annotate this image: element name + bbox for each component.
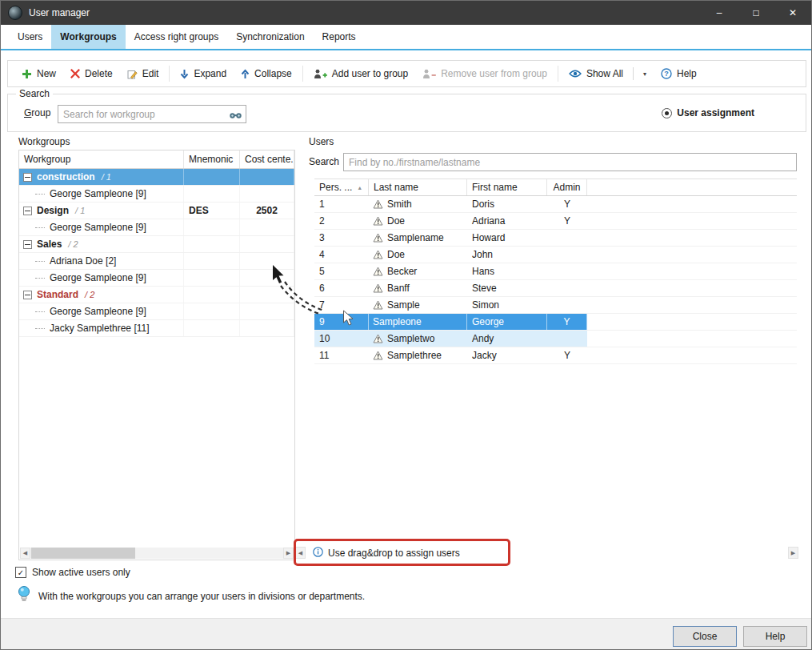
- column-header-first-name[interactable]: First name: [467, 179, 547, 195]
- minimize-button[interactable]: –: [701, 1, 738, 25]
- user-row[interactable]: 4 Doe John: [314, 247, 797, 263]
- new-button[interactable]: New: [14, 64, 63, 83]
- column-header-cost-center[interactable]: Cost cente...: [240, 150, 294, 168]
- maximize-button[interactable]: □: [738, 1, 774, 25]
- workgroup-member-row[interactable]: Adriana Doe [2]: [19, 253, 294, 270]
- user-row[interactable]: 3 Samplename Howard: [314, 230, 797, 247]
- column-header-mnemonic[interactable]: Mnemonic: [184, 150, 240, 168]
- help-button[interactable]: ? Help: [654, 64, 704, 83]
- workgroup-row-sales[interactable]: Sales/ 2: [19, 236, 294, 253]
- tree-collapse-toggle[interactable]: [23, 291, 32, 299]
- column-header-admin[interactable]: Admin: [547, 179, 587, 195]
- collapse-button[interactable]: Collapse: [234, 64, 299, 83]
- users-header-row: Pers. ...▲ Last name First name Admin: [314, 179, 797, 196]
- show-all-button-label: Show All: [586, 68, 623, 79]
- toolbar-separator: [169, 66, 170, 82]
- user-row-selected[interactable]: 9 Sampleone George Y: [314, 314, 797, 331]
- users-table: Pers. ...▲ Last name First name Admin 1 …: [314, 179, 797, 540]
- workgroup-row-construction[interactable]: construction/ 1: [19, 169, 294, 186]
- show-all-button[interactable]: Show All ▾: [562, 64, 654, 83]
- column-header-workgroup[interactable]: Workgroup: [19, 150, 184, 168]
- chevron-down-icon[interactable]: ▾: [643, 70, 646, 78]
- search-panel-legend: Search: [16, 88, 53, 99]
- toolbar-separator: [302, 66, 303, 82]
- user-row[interactable]: 11 Samplethree Jacky Y: [314, 347, 797, 364]
- workgroups-tree: Workgroup Mnemonic Cost cente... constru…: [18, 150, 295, 560]
- toolbar-separator: [558, 66, 558, 82]
- user-row[interactable]: 6 Banff Steve: [314, 280, 797, 297]
- user-manager-window: User manager – □ ✕ Users Workgroups Acce…: [0, 0, 812, 650]
- close-button[interactable]: Close: [673, 626, 737, 647]
- column-header-personnel-no[interactable]: Pers. ...▲: [314, 179, 369, 195]
- help-button-label: Help: [677, 68, 697, 79]
- tree-collapse-toggle[interactable]: [23, 207, 32, 215]
- show-active-users-label: Show active users only: [32, 567, 130, 578]
- toolbar: New Delete Edit Expand Collapse Add user…: [7, 60, 806, 87]
- scrollbar-thumb[interactable]: [31, 548, 135, 559]
- user-assignment-radio[interactable]: User assignment: [662, 107, 754, 118]
- tab-workgroups[interactable]: Workgroups: [51, 25, 125, 49]
- close-window-button[interactable]: ✕: [774, 1, 811, 25]
- delete-x-icon: [70, 69, 80, 78]
- user-row[interactable]: 1 Smith Doris Y: [314, 196, 797, 213]
- workgroup-member-row[interactable]: George Sampleone [9]: [19, 186, 294, 203]
- delete-button[interactable]: Delete: [63, 64, 120, 83]
- header-filler: [587, 179, 797, 195]
- warning-icon: [373, 283, 383, 293]
- collapse-button-label: Collapse: [254, 68, 292, 79]
- user-row[interactable]: 7 Sample Simon: [314, 297, 797, 314]
- edit-button[interactable]: Edit: [120, 64, 166, 83]
- tab-underline: [1, 49, 811, 50]
- users-scrollbar-row: ◀ Use drag&drop to assign users ▶: [295, 547, 798, 559]
- lightbulb-icon: [17, 585, 31, 607]
- remove-user-from-group-button[interactable]: Remove user from group: [415, 64, 554, 83]
- tree-connector: [35, 278, 45, 279]
- sort-asc-icon: ▲: [357, 185, 362, 191]
- warning-icon: [373, 300, 383, 310]
- checkbox-check-icon: ✓: [15, 567, 26, 578]
- warning-icon: [373, 267, 383, 276]
- users-search-label: Search: [309, 156, 339, 167]
- column-header-last-name[interactable]: Last name: [369, 179, 467, 195]
- question-circle-icon: ?: [661, 68, 672, 79]
- warning-icon: [373, 199, 383, 209]
- show-active-users-checkbox[interactable]: ✓ Show active users only: [15, 567, 130, 578]
- workgroup-search-input[interactable]: [58, 105, 246, 123]
- scroll-right-arrow[interactable]: ▶: [788, 547, 798, 559]
- new-button-label: New: [37, 68, 56, 79]
- tab-synchronization[interactable]: Synchronization: [227, 25, 313, 49]
- user-row[interactable]: 10 Sampletwo Andy: [314, 331, 797, 347]
- workgroup-row-design[interactable]: Design/ 1 DES 2502: [19, 203, 294, 219]
- group-search-label: Group: [24, 107, 50, 118]
- tab-access-right-groups[interactable]: Access right groups: [126, 25, 227, 49]
- workgroup-member-row[interactable]: George Sampleone [9]: [19, 303, 294, 320]
- workgroup-member-row[interactable]: George Sampleone [9]: [19, 270, 294, 287]
- scrollbar-track[interactable]: [30, 548, 283, 559]
- scroll-right-arrow[interactable]: ▶: [283, 548, 294, 559]
- tree-collapse-toggle[interactable]: [23, 240, 32, 249]
- workgroup-member-row[interactable]: George Sampleone [9]: [19, 219, 294, 236]
- tab-bar: Users Workgroups Access right groups Syn…: [1, 25, 811, 49]
- edit-button-label: Edit: [142, 68, 159, 79]
- scroll-left-arrow[interactable]: ◀: [20, 548, 30, 559]
- user-row[interactable]: 5 Becker Hans: [314, 263, 797, 280]
- add-user-to-group-button[interactable]: Add user to group: [306, 64, 415, 83]
- warning-icon: [373, 216, 383, 226]
- help-dialog-button[interactable]: Help: [743, 626, 807, 647]
- arrow-down-icon: [180, 69, 189, 79]
- workgroup-row-standard[interactable]: Standard/ 2: [19, 287, 294, 303]
- expand-button[interactable]: Expand: [173, 64, 234, 83]
- workgroups-header-row: Workgroup Mnemonic Cost cente...: [19, 150, 294, 169]
- user-row[interactable]: 2 Doe Adriana Y: [314, 213, 797, 230]
- user-search-input[interactable]: [343, 153, 797, 171]
- tab-users[interactable]: Users: [9, 25, 51, 49]
- workgroup-member-row[interactable]: Jacky Samplethree [11]: [19, 320, 294, 337]
- tree-connector: [35, 194, 45, 195]
- tree-collapse-toggle[interactable]: [23, 173, 32, 182]
- delete-button-label: Delete: [85, 68, 113, 79]
- pencil-icon: [127, 69, 138, 79]
- scroll-left-arrow[interactable]: ◀: [295, 547, 306, 559]
- tab-reports[interactable]: Reports: [314, 25, 365, 49]
- users-caption: Users: [309, 136, 334, 147]
- warning-icon: [373, 334, 383, 343]
